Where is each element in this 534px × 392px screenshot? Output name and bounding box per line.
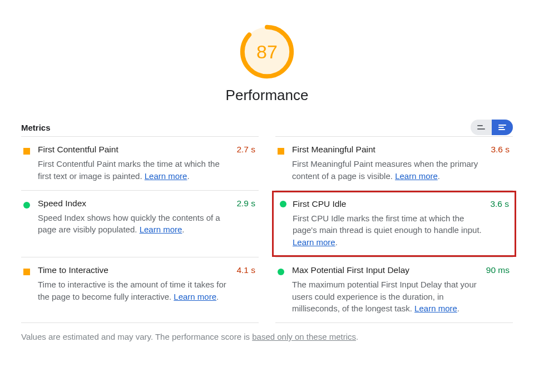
metric-description: First CPU Idle marks the first time at w… [293, 212, 482, 249]
metric-value: 3.6 s [491, 145, 510, 155]
metric-item: Max Potential First Input Delay90 msThe … [275, 257, 513, 323]
metric-header: Max Potential First Input Delay90 ms [292, 265, 510, 275]
view-toggle-compact[interactable] [471, 120, 492, 135]
view-toggle [471, 120, 513, 135]
metric-header: First Meaningful Paint3.6 s [292, 145, 510, 155]
metrics-header-row: Metrics [21, 120, 513, 135]
metric-description: The maximum potential First Input Delay … [292, 279, 481, 315]
status-average-icon [278, 148, 284, 155]
performance-gauge-area: 87 Performance [21, 22, 513, 104]
metric-title: First Meaningful Paint [292, 145, 375, 155]
learn-more-link[interactable]: Learn more [395, 171, 438, 181]
metric-value: 2.9 s [236, 199, 255, 209]
list-expanded-icon [498, 124, 507, 131]
learn-more-link[interactable]: Learn more [145, 171, 187, 181]
learn-more-link[interactable]: Learn more [414, 304, 457, 313]
metrics-heading: Metrics [21, 123, 51, 132]
footer-note: Values are estimated and may vary. The p… [21, 332, 513, 341]
footer-text-after: . [356, 332, 358, 341]
metric-description: First Meaningful Paint measures when the… [292, 158, 481, 182]
metric-header: Time to Interactive4.1 s [38, 265, 255, 275]
metric-header: First CPU Idle3.6 s [293, 199, 509, 209]
learn-more-link[interactable]: Learn more [174, 292, 216, 301]
metric-value: 3.6 s [490, 199, 509, 209]
metric-item: Time to Interactive4.1 sTime to interact… [21, 257, 259, 323]
metric-title: Speed Index [38, 199, 86, 209]
metric-value: 2.7 s [236, 145, 255, 155]
metric-value: 90 ms [486, 265, 510, 275]
metric-title: Time to Interactive [38, 265, 108, 275]
metric-description: First Contentful Paint marks the time at… [38, 158, 227, 182]
metric-title: First Contentful Paint [38, 145, 118, 155]
highlighted-metric: First CPU Idle3.6 sFirst CPU Idle marks … [272, 191, 516, 257]
metric-title: First CPU Idle [293, 199, 346, 209]
learn-more-link[interactable]: Learn more [293, 237, 335, 247]
metric-header: Speed Index2.9 s [38, 199, 255, 209]
metric-item: First CPU Idle3.6 sFirst CPU Idle marks … [275, 190, 513, 257]
learn-more-link[interactable]: Learn more [140, 225, 182, 234]
metric-description: Speed Index shows how quickly the conten… [38, 212, 227, 236]
score-gauge: 87 [238, 22, 296, 81]
metric-item: First Contentful Paint2.7 sFirst Content… [21, 136, 259, 190]
metric-value: 4.1 s [236, 265, 255, 275]
status-pass-icon [280, 201, 286, 207]
status-average-icon [23, 148, 30, 155]
metric-item: Speed Index2.9 sSpeed Index shows how qu… [21, 190, 259, 257]
gauge-score: 87 [238, 22, 296, 81]
metric-header: First Contentful Paint2.7 s [38, 145, 255, 155]
category-title: Performance [226, 87, 309, 104]
footer-text-before: Values are estimated and may vary. The p… [21, 332, 252, 341]
metric-description: Time to interactive is the amount of tim… [38, 279, 227, 303]
status-pass-icon [278, 269, 284, 275]
view-toggle-expanded[interactable] [492, 120, 513, 135]
footer-link[interactable]: based only on these metrics [252, 332, 356, 341]
list-compact-icon [477, 124, 486, 131]
metrics-grid: First Contentful Paint2.7 sFirst Content… [21, 136, 513, 323]
status-average-icon [23, 269, 30, 275]
status-pass-icon [23, 202, 30, 209]
metric-title: Max Potential First Input Delay [292, 265, 409, 275]
metric-item: First Meaningful Paint3.6 sFirst Meaning… [275, 136, 513, 190]
